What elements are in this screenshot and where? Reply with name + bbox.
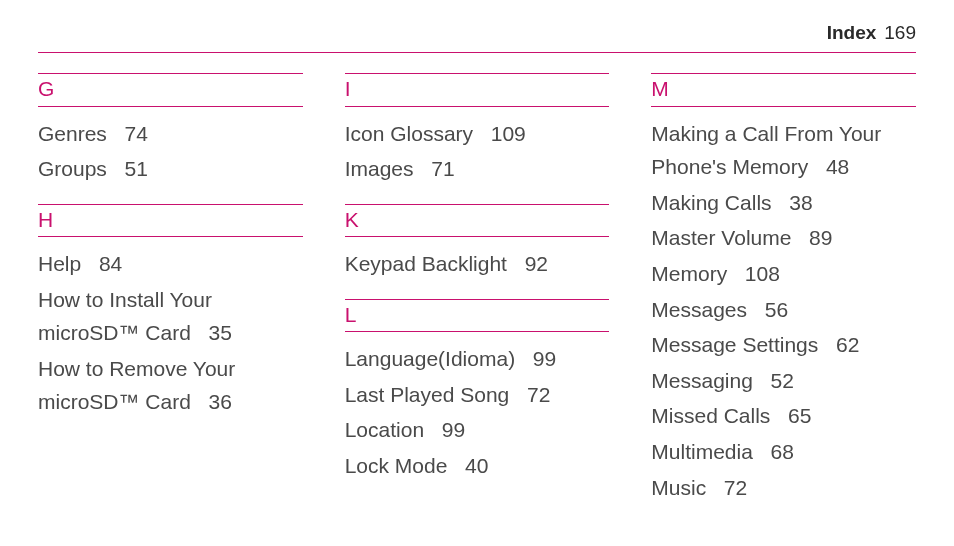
entry-page: 62 (836, 333, 859, 356)
entry-label: Last Played Song (345, 383, 510, 406)
index-section: IIcon Glossary 109Images 71 (345, 73, 610, 185)
index-entry: How to Remove Your microSD™ Card 36 (38, 352, 303, 419)
index-section: GGenres 74Groups 51 (38, 73, 303, 185)
entry-page: 68 (771, 440, 794, 463)
entry-page: 72 (527, 383, 550, 406)
index-entry: How to Install Your microSD™ Card 35 (38, 283, 303, 350)
index-entry: Messages 56 (651, 293, 916, 327)
entry-page: 52 (771, 369, 794, 392)
index-entry: Images 71 (345, 152, 610, 186)
header-rule (38, 52, 916, 53)
entry-page: 38 (789, 191, 812, 214)
index-entry: Messaging 52 (651, 364, 916, 398)
entry-label: Images (345, 157, 414, 180)
entry-page: 56 (765, 298, 788, 321)
entry-label: Message Settings (651, 333, 818, 356)
index-column: GGenres 74Groups 51HHelp 84How to Instal… (38, 73, 303, 522)
index-entry: Groups 51 (38, 152, 303, 186)
entry-page: 99 (533, 347, 556, 370)
entry-label: Icon Glossary (345, 122, 473, 145)
page-header: Index 169 (38, 18, 916, 48)
index-entry: Keypad Backlight 92 (345, 247, 610, 281)
index-entry: Lock Mode 40 (345, 449, 610, 483)
entry-page: 89 (809, 226, 832, 249)
entry-label: Location (345, 418, 424, 441)
index-entry: Help 84 (38, 247, 303, 281)
entry-label: Messaging (651, 369, 753, 392)
index-entry: Music 72 (651, 471, 916, 505)
entry-label: Messages (651, 298, 747, 321)
index-entry: Missed Calls 65 (651, 399, 916, 433)
entry-label: How to Remove Your microSD™ Card (38, 357, 235, 414)
entry-page: 35 (209, 321, 232, 344)
entry-page: 65 (788, 404, 811, 427)
index-entry: Master Volume 89 (651, 221, 916, 255)
entry-page: 108 (745, 262, 780, 285)
entry-page: 74 (125, 122, 148, 145)
entry-label: Lock Mode (345, 454, 448, 477)
index-entry: Icon Glossary 109 (345, 117, 610, 151)
entry-label: Multimedia (651, 440, 753, 463)
section-letter: G (38, 73, 303, 106)
index-entry: Making a Call From Your Phone's Memory 4… (651, 117, 916, 184)
index-entry: Last Played Song 72 (345, 378, 610, 412)
entry-label: Help (38, 252, 81, 275)
entry-label: Music (651, 476, 706, 499)
index-entry: Making Calls 38 (651, 186, 916, 220)
index-section: LLanguage(Idioma) 99Last Played Song 72L… (345, 299, 610, 483)
entry-label: How to Install Your microSD™ Card (38, 288, 212, 345)
entry-page: 40 (465, 454, 488, 477)
entry-page: 48 (826, 155, 849, 178)
entry-label: Making Calls (651, 191, 771, 214)
index-columns: GGenres 74Groups 51HHelp 84How to Instal… (38, 73, 916, 522)
entry-page: 36 (209, 390, 232, 413)
entry-page: 71 (431, 157, 454, 180)
index-section: HHelp 84How to Install Your microSD™ Car… (38, 204, 303, 419)
entry-label: Keypad Backlight (345, 252, 507, 275)
entry-label: Groups (38, 157, 107, 180)
index-column: IIcon Glossary 109Images 71KKeypad Backl… (345, 73, 610, 522)
header-title: Index (827, 18, 877, 48)
index-section: MMaking a Call From Your Phone's Memory … (651, 73, 916, 504)
section-letter: I (345, 73, 610, 106)
entry-label: Missed Calls (651, 404, 770, 427)
index-entry: Language(Idioma) 99 (345, 342, 610, 376)
entry-page: 99 (442, 418, 465, 441)
entry-page: 72 (724, 476, 747, 499)
entry-label: Genres (38, 122, 107, 145)
entry-label: Master Volume (651, 226, 791, 249)
index-entry: Location 99 (345, 413, 610, 447)
section-letter: L (345, 299, 610, 332)
index-section: KKeypad Backlight 92 (345, 204, 610, 281)
entry-page: 84 (99, 252, 122, 275)
entry-page: 92 (525, 252, 548, 275)
index-column: MMaking a Call From Your Phone's Memory … (651, 73, 916, 522)
entry-page: 51 (125, 157, 148, 180)
entry-label: Memory (651, 262, 727, 285)
entry-label: Language(Idioma) (345, 347, 515, 370)
section-letter: K (345, 204, 610, 237)
index-entry: Message Settings 62 (651, 328, 916, 362)
entry-page: 109 (491, 122, 526, 145)
index-entry: Multimedia 68 (651, 435, 916, 469)
index-entry: Memory 108 (651, 257, 916, 291)
index-entry: Genres 74 (38, 117, 303, 151)
section-letter: M (651, 73, 916, 106)
index-page: Index 169 GGenres 74Groups 51HHelp 84How… (0, 0, 954, 546)
header-page-number: 169 (884, 18, 916, 48)
section-letter: H (38, 204, 303, 237)
